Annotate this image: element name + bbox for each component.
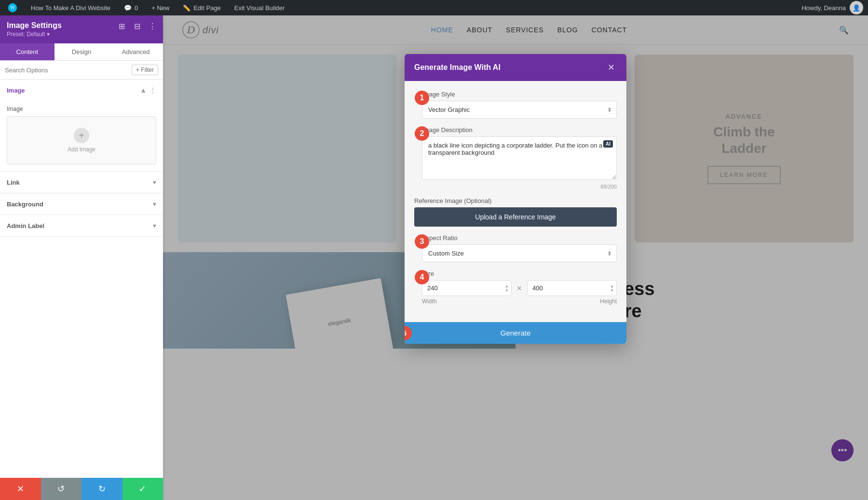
link-section-icons: ▾ <box>153 178 156 186</box>
upload-reference-button[interactable]: Upload a Reference Image <box>414 207 617 227</box>
link-collapse-icon[interactable]: ▾ <box>153 178 156 186</box>
bottom-bar: ✕ ↺ ↻ ✓ <box>0 478 163 500</box>
width-spinner[interactable]: ▲ ▼ <box>505 284 509 292</box>
image-section-icons: ▲ ⋮ <box>140 86 156 94</box>
image-description-field: 2 Image Description a black line icon de… <box>422 126 617 189</box>
redo-button[interactable]: ↻ <box>81 478 122 500</box>
image-style-field: 1 Image Style Vector Graphic Photorealis… <box>422 91 617 119</box>
image-style-select[interactable]: Vector Graphic Photorealistic Illustrati… <box>422 101 617 119</box>
howdy-label: Howdy, Deanna <box>801 4 846 12</box>
cancel-button[interactable]: ✕ <box>0 478 41 500</box>
avatar: 👤 <box>850 1 863 14</box>
image-section-header[interactable]: Image ▲ ⋮ <box>0 80 163 101</box>
save-icon: ✓ <box>139 484 146 494</box>
aspect-ratio-field: 3 Aspect Ratio Custom Size 1:1 16:9 4:3 … <box>422 234 617 262</box>
size-row: ▲ ▼ ✕ ▲ ▼ <box>422 280 617 296</box>
link-section: Link ▾ <box>0 172 163 193</box>
more-options-icon[interactable]: ⋮ <box>147 20 158 32</box>
step-1-annotation: 1 <box>415 91 429 105</box>
height-label: Height <box>525 298 617 305</box>
edit-page-label: Edit Page <box>193 4 220 12</box>
sidebar-search: + Filter <box>0 61 163 80</box>
generate-image-modal: Generate Image With AI ✕ 1 Image Style <box>405 54 626 344</box>
size-labels: Width Height <box>422 298 617 305</box>
layout-icon[interactable]: ⊟ <box>131 20 143 32</box>
section-more-icon[interactable]: ⋮ <box>149 86 156 94</box>
wp-admin-bar: W How To Make A Divi Website 💬 0 + New ✏… <box>0 0 868 15</box>
step-2-annotation: 2 <box>415 126 429 141</box>
width-input-wrapper: ▲ ▼ <box>422 280 512 296</box>
image-label: Image <box>7 106 23 112</box>
sidebar: Image Settings Preset: Default ▾ ⊞ ⊟ ⋮ C… <box>0 15 163 500</box>
sidebar-preset: Preset: Default ▾ <box>7 31 156 38</box>
width-input[interactable] <box>422 280 512 296</box>
close-icon: ✕ <box>608 62 615 73</box>
admin-label-collapse-icon[interactable]: ▾ <box>153 222 156 230</box>
add-image-plus-icon: + <box>74 128 89 143</box>
sidebar-body: Image ▲ ⋮ Image + Add Image Li <box>0 80 163 481</box>
admin-label-section-title: Admin Label <box>7 222 44 230</box>
site-name-item[interactable]: How To Make A Divi Website <box>28 0 113 15</box>
image-description-textarea[interactable]: a black line icon depicting a corporate … <box>422 136 617 180</box>
modal-body: 1 Image Style Vector Graphic Photorealis… <box>405 81 626 322</box>
wp-logo-item[interactable]: W <box>5 0 20 15</box>
background-section: Background ▾ <box>0 193 163 215</box>
image-section: Image ▲ ⋮ Image + Add Image <box>0 80 163 172</box>
admin-bar-right: Howdy, Deanna 👤 <box>801 1 863 14</box>
aspect-ratio-label: Aspect Ratio <box>422 234 617 242</box>
admin-label-section-icons: ▾ <box>153 222 156 230</box>
width-label: Width <box>422 298 514 305</box>
responsive-icon[interactable]: ⊞ <box>116 20 127 32</box>
link-section-header[interactable]: Link ▾ <box>0 172 163 193</box>
image-upload-box[interactable]: + Add Image <box>7 116 156 164</box>
aspect-ratio-select-wrapper: Custom Size 1:1 16:9 4:3 3:2 <box>422 244 617 262</box>
cancel-icon: ✕ <box>17 484 24 494</box>
background-collapse-icon[interactable]: ▾ <box>153 200 156 208</box>
modal-header: Generate Image With AI ✕ <box>405 54 626 81</box>
tab-advanced[interactable]: Advanced <box>108 43 163 60</box>
generate-button[interactable]: Generate <box>405 322 626 344</box>
size-field: 4 Size ▲ ▼ ✕ <box>422 270 617 305</box>
comments-count: 0 <box>135 4 138 12</box>
background-section-header[interactable]: Background ▾ <box>0 193 163 215</box>
site-name-label: How To Make A Divi Website <box>31 4 110 12</box>
generate-row: 5 Generate <box>405 322 626 344</box>
background-section-icons: ▾ <box>153 200 156 208</box>
image-section-title: Image <box>7 87 25 94</box>
main-content: D divi HOME ABOUT SERVICES BLOG CONTACT … <box>163 15 868 500</box>
exit-builder-label: Exit Visual Builder <box>234 4 285 12</box>
undo-icon: ↺ <box>57 484 65 494</box>
modal-overlay: Generate Image With AI ✕ 1 Image Style <box>163 15 868 500</box>
filter-button[interactable]: + Filter <box>132 65 158 75</box>
collapse-icon[interactable]: ▲ <box>140 86 147 94</box>
image-upload-area: Image + Add Image <box>0 101 163 171</box>
svg-text:W: W <box>10 5 15 10</box>
image-description-label: Image Description <box>422 126 617 134</box>
website-preview: D divi HOME ABOUT SERVICES BLOG CONTACT … <box>163 15 868 500</box>
step-3-annotation: 3 <box>415 234 429 249</box>
tab-content[interactable]: Content <box>0 43 54 60</box>
size-x-divider: ✕ <box>516 284 522 292</box>
background-section-title: Background <box>7 201 43 208</box>
edit-page-item[interactable]: ✏️ Edit Page <box>180 0 223 15</box>
ai-badge: AI <box>603 140 613 148</box>
new-item[interactable]: + New <box>149 0 172 15</box>
tab-design[interactable]: Design <box>54 43 109 60</box>
undo-button[interactable]: ↺ <box>41 478 82 500</box>
reference-image-field: Reference Image (Optional) Upload a Refe… <box>414 197 617 227</box>
search-input[interactable] <box>5 67 128 74</box>
save-button[interactable]: ✓ <box>122 478 163 500</box>
sidebar-header: Image Settings Preset: Default ▾ ⊞ ⊟ ⋮ <box>0 15 163 43</box>
modal-close-button[interactable]: ✕ <box>605 62 617 73</box>
comments-item[interactable]: 💬 0 <box>121 0 141 15</box>
admin-label-section: Admin Label ▾ <box>0 215 163 237</box>
admin-label-section-header[interactable]: Admin Label ▾ <box>0 215 163 236</box>
height-input[interactable] <box>527 280 617 296</box>
aspect-ratio-select[interactable]: Custom Size 1:1 16:9 4:3 3:2 <box>422 244 617 262</box>
sidebar-header-icons: ⊞ ⊟ ⋮ <box>116 20 158 32</box>
reference-image-label: Reference Image (Optional) <box>414 197 617 204</box>
height-spinner[interactable]: ▲ ▼ <box>610 284 614 292</box>
height-input-wrapper: ▲ ▼ <box>527 280 617 296</box>
redo-icon: ↻ <box>98 484 106 494</box>
exit-builder-item[interactable]: Exit Visual Builder <box>231 0 288 15</box>
